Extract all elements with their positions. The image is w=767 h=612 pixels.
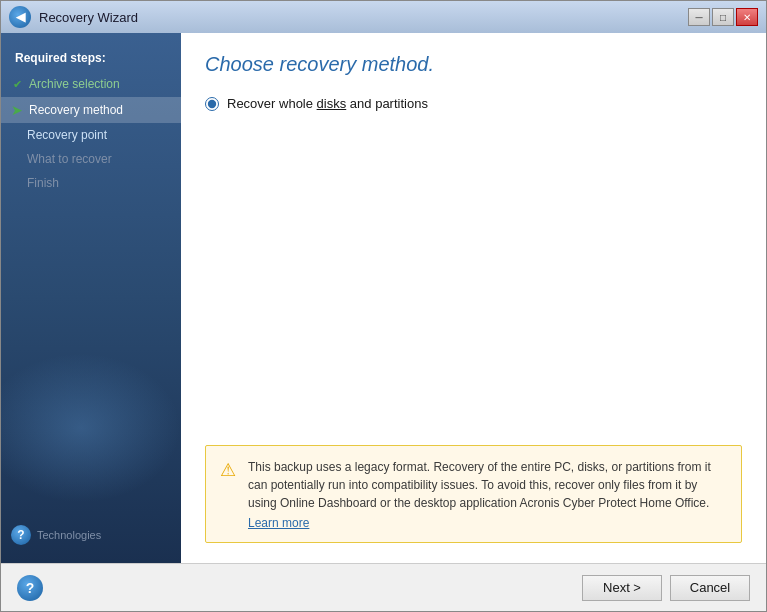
main-window: ◀ Recovery Wizard ─ □ ✕ Required steps: … (0, 0, 767, 612)
warning-content: This backup uses a legacy format. Recove… (248, 458, 727, 530)
sidebar-help-icon[interactable]: ? (11, 525, 31, 545)
radio-option-whole-disks[interactable]: Recover whole disks and partitions (205, 96, 742, 111)
arrow-icon: ➤ (9, 102, 25, 118)
content-area: Required steps: ✔ Archive selection ➤ Re… (1, 33, 766, 563)
minimize-button[interactable]: ─ (688, 8, 710, 26)
footer-help-area: ? (17, 575, 43, 601)
sidebar: Required steps: ✔ Archive selection ➤ Re… (1, 33, 181, 563)
sidebar-label-recovery-method: Recovery method (29, 103, 123, 117)
window-controls: ─ □ ✕ (688, 8, 758, 26)
required-steps-label: Required steps: (1, 43, 181, 71)
sidebar-item-what-to-recover: What to recover (1, 147, 181, 171)
sidebar-tools-label: Technologies (37, 529, 101, 541)
sidebar-item-archive-selection[interactable]: ✔ Archive selection (1, 71, 181, 97)
footer: ? Next > Cancel (1, 563, 766, 611)
sidebar-item-recovery-point[interactable]: Recovery point (1, 123, 181, 147)
learn-more-link[interactable]: Learn more (248, 516, 309, 530)
maximize-button[interactable]: □ (712, 8, 734, 26)
cancel-button[interactable]: Cancel (670, 575, 750, 601)
sidebar-item-recovery-method[interactable]: ➤ Recovery method (1, 97, 181, 123)
main-panel: Choose recovery method. Recover whole di… (181, 33, 766, 563)
sidebar-label-recovery-point: Recovery point (27, 128, 107, 142)
window-title: Recovery Wizard (39, 10, 688, 25)
warning-text: This backup uses a legacy format. Recove… (248, 458, 727, 512)
title-bar: ◀ Recovery Wizard ─ □ ✕ (1, 1, 766, 33)
sidebar-label-what-to-recover: What to recover (27, 152, 112, 166)
help-button[interactable]: ? (17, 575, 43, 601)
sidebar-item-finish: Finish (1, 171, 181, 195)
check-icon: ✔ (9, 76, 25, 92)
window-icon: ◀ (9, 6, 31, 28)
sidebar-bottom: ? Technologies (1, 517, 181, 553)
next-button[interactable]: Next > (582, 575, 662, 601)
sidebar-label-archive-selection: Archive selection (29, 77, 120, 91)
sidebar-label-finish: Finish (27, 176, 59, 190)
warning-icon: ⚠ (220, 459, 236, 481)
close-button[interactable]: ✕ (736, 8, 758, 26)
radio-whole-disks-label: Recover whole disks and partitions (227, 96, 428, 111)
radio-whole-disks[interactable] (205, 97, 219, 111)
main-title: Choose recovery method. (205, 53, 742, 76)
warning-box: ⚠ This backup uses a legacy format. Reco… (205, 445, 742, 543)
